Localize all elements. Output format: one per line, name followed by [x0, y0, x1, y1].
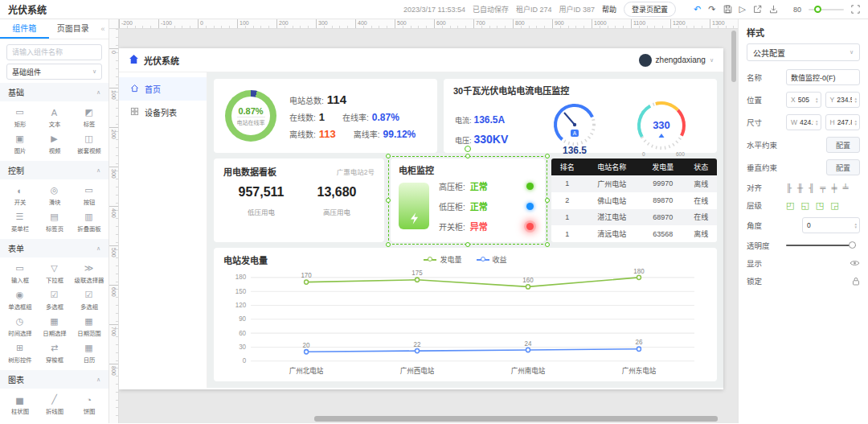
width-input[interactable]: W424.999▴▾ [786, 114, 821, 130]
section-header-chart[interactable]: 图表 ∧ [0, 370, 108, 389]
component-item[interactable]: ◎滑块 [37, 182, 72, 208]
component-item[interactable]: ◫嵌套视频 [72, 130, 106, 157]
angle-input[interactable]: 0▴▾ [802, 217, 860, 233]
move-up-icon[interactable]: ◳ [816, 200, 824, 211]
x-input[interactable]: X505▴▾ [786, 92, 821, 108]
component-item[interactable]: ▶视频 [37, 130, 72, 157]
section-header-control[interactable]: 控制 ∧ [0, 161, 108, 179]
height-input[interactable]: H247.832▴▾ [825, 114, 861, 130]
zoom-slider[interactable] [809, 9, 844, 10]
selected-component[interactable]: 电柜监控 高压柜:正常 低压柜:正常 开关柜:异常 [391, 158, 545, 242]
component-item[interactable]: ▦日历 [72, 340, 106, 366]
selection-handle[interactable] [545, 154, 550, 158]
nav-item-device-list[interactable]: 设备列表 [119, 101, 207, 124]
move-down-icon[interactable]: ◲ [830, 200, 838, 211]
preview-icon[interactable]: ▷ [739, 5, 746, 14]
component-category-select[interactable]: 基础组件 ∨ [6, 64, 102, 80]
component-item[interactable]: ▤标签页 [37, 208, 72, 235]
component-item[interactable]: ☑多选组 [72, 286, 106, 313]
component-item[interactable]: ▽下拉框 [37, 260, 72, 286]
component-item[interactable]: ◕速度表 [37, 418, 72, 423]
save-icon[interactable] [723, 5, 732, 14]
align-center-horizontal-icon[interactable]: ╫ [797, 183, 803, 192]
rotate-handle[interactable] [465, 146, 471, 152]
user-menu[interactable]: zhengdaxiang ∨ [639, 54, 714, 67]
selection-handle[interactable] [465, 154, 470, 158]
opacity-slider-knob[interactable] [849, 241, 856, 249]
name-input[interactable] [786, 69, 860, 85]
canvas-vertical-scrollbar[interactable] [731, 31, 736, 414]
component-item[interactable]: A文本 [37, 104, 72, 130]
component-item[interactable]: ▭输入框 [2, 260, 37, 286]
component-item[interactable]: ☑多选框 [37, 286, 72, 313]
section-header-basic[interactable]: 基础 ∧ [0, 83, 108, 101]
component-item[interactable]: ⇄穿梭框 [37, 340, 72, 366]
component-item[interactable]: ◐开关 [2, 182, 37, 208]
cabinet-monitor-card[interactable]: 电柜监控 高压柜:正常 低压柜:正常 开关柜:异常 [391, 158, 545, 242]
voltage-monitor-card[interactable]: 30千瓦光伏电站电流电压监控 电流:136.5A 电压:330KV [444, 79, 717, 153]
align-left-icon[interactable]: ╟ [786, 183, 792, 192]
power-data-card[interactable]: 用电数据看板 广惠电站2号 957,511 低压用电 13,680 [214, 158, 384, 242]
component-item[interactable]: ◷时间选择 [2, 313, 37, 340]
component-item[interactable]: ╱折线图 [37, 391, 72, 418]
component-item[interactable]: ▦日期范围 [72, 313, 106, 340]
y-input[interactable]: Y234.535▴▾ [825, 92, 861, 108]
power-generation-chart-card[interactable]: 电站发电量 发电量 收益 0306090120150180广州北电站广州西电站广… [214, 248, 717, 381]
station-ranking-table[interactable]: 排名 电站名称 发电量 状态 1广州电站99970离线 2佛山电站89870在线 [551, 158, 717, 242]
redo-icon[interactable]: ↷ [708, 5, 715, 14]
design-canvas[interactable]: -200-10001002003004005006007008009001000… [109, 19, 738, 423]
component-item[interactable]: ◔饼图 [72, 391, 106, 418]
zoom-value[interactable]: 80 [793, 6, 801, 14]
component-item[interactable]: ☰菜单栏 [2, 208, 37, 235]
horizontal-constraint-config-button[interactable]: 配置 [826, 137, 860, 153]
bring-to-front-icon[interactable]: ◰ [786, 200, 794, 211]
component-item[interactable]: ◠基础仪表盘 [2, 418, 37, 423]
artboard[interactable]: 光伏系统 zhengdaxiang ∨ 首页 设备列表 [119, 48, 723, 389]
help-link[interactable]: 帮助 [602, 4, 616, 14]
collapse-sidebar-icon[interactable]: « [97, 25, 108, 33]
zoom-slider-knob[interactable] [814, 6, 821, 13]
component-item[interactable]: ≫级联选择器 [72, 260, 106, 286]
align-top-icon[interactable]: ╤ [820, 183, 825, 192]
share-icon[interactable] [753, 5, 762, 14]
component-item[interactable]: ◎气压表 [72, 418, 106, 423]
component-item[interactable]: ◉单选框组 [2, 286, 37, 313]
export-icon[interactable] [769, 5, 778, 14]
tab-page-directory[interactable]: 页面目录 [49, 19, 98, 39]
nav-item-home[interactable]: 首页 [119, 77, 207, 101]
component-item[interactable]: ⊞树形控件 [2, 340, 37, 366]
component-item[interactable]: ▦日期选择 [37, 313, 72, 340]
component-search-input[interactable] [6, 44, 102, 60]
tab-component-box[interactable]: 组件箱 [0, 19, 49, 39]
align-center-vertical-icon[interactable]: ╪ [831, 183, 837, 192]
login-page-config-button[interactable]: 登录页配置 [624, 2, 676, 17]
selection-handle[interactable] [465, 242, 470, 247]
station-stats-card[interactable]: 0.87% 电站在线率 电站总数:114 在线数:1 在线率:0.87% [214, 79, 437, 153]
component-icon: ⊞ [11, 342, 29, 354]
visibility-toggle-icon[interactable] [850, 259, 860, 267]
common-config-select[interactable]: 公共配置 ∨ [747, 43, 860, 61]
selection-handle[interactable] [386, 242, 391, 247]
selection-handle[interactable] [545, 198, 550, 203]
vertical-constraint-config-button[interactable]: 配置 [826, 159, 860, 175]
align-bottom-icon[interactable]: ╧ [842, 183, 848, 192]
lock-toggle-icon[interactable] [852, 277, 860, 286]
section-header-form[interactable]: 表单 ∧ [0, 239, 108, 257]
align-right-icon[interactable]: ╢ [809, 183, 814, 192]
scrollbar-thumb[interactable] [314, 416, 718, 422]
component-item[interactable]: ▣图片 [2, 130, 37, 157]
component-item[interactable]: ▥折叠面板 [72, 208, 106, 235]
send-to-back-icon[interactable]: ◱ [800, 200, 809, 211]
component-item[interactable]: ▭按钮 [72, 182, 106, 208]
undo-icon[interactable]: ↶ [694, 5, 701, 14]
component-item[interactable]: ▅柱状图 [2, 391, 37, 418]
scrollbar-thumb[interactable] [731, 31, 736, 82]
fullscreen-icon[interactable] [851, 5, 860, 14]
component-item[interactable]: ◩标签 [72, 104, 106, 130]
selection-handle[interactable] [545, 242, 550, 247]
opacity-slider[interactable] [786, 245, 856, 246]
canvas-horizontal-scrollbar[interactable] [119, 416, 730, 422]
selection-handle[interactable] [386, 154, 391, 158]
selection-handle[interactable] [386, 198, 391, 203]
component-item[interactable]: ▭矩形 [2, 104, 37, 130]
